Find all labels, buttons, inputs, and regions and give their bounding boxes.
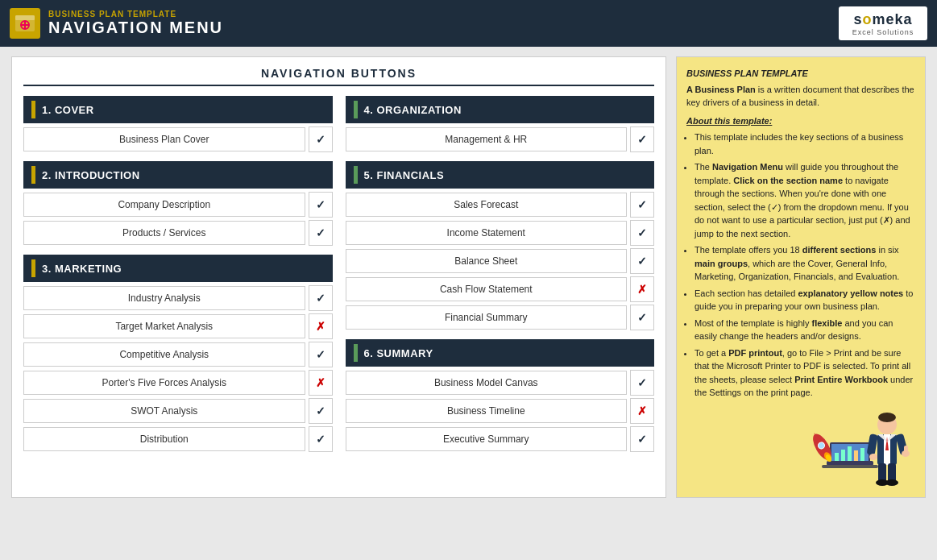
nav-btn-executive-summary[interactable]: Executive Summary — [346, 427, 628, 451]
section-financials-label: 5. FINANCIALS — [364, 169, 445, 181]
info-intro: A Business Plan is a written document th… — [686, 83, 915, 110]
info-about-title: About this template: — [686, 114, 915, 128]
nav-row-distribution: Distribution ✓ — [23, 426, 333, 452]
nav-row-industry-analysis: Industry Analysis ✓ — [23, 285, 333, 311]
nav-row-swot: SWOT Analysis ✓ — [23, 398, 333, 424]
section-cover-label: 1. COVER — [42, 104, 94, 116]
logo: someka Excel Solutions — [839, 6, 927, 40]
header-text: Business Plan Template Navigation Menu — [48, 10, 223, 37]
status-industry-analysis: ✓ — [309, 285, 333, 311]
intro-accent-bar — [31, 166, 35, 184]
status-products-services: ✓ — [309, 220, 333, 246]
section-cover-header: 1. COVER — [23, 96, 333, 123]
section-summary: 6. SUMMARY Business Model Canvas ✓ Busin… — [346, 339, 655, 454]
svg-rect-13 — [860, 448, 864, 461]
svg-point-32 — [885, 479, 898, 486]
nav-row-executive-summary: Executive Summary ✓ — [346, 426, 655, 452]
nav-row-management: Management & HR ✓ — [346, 127, 655, 152]
nav-btn-business-plan-cover[interactable]: Business Plan Cover — [23, 127, 305, 151]
section-organization-label: 4. ORGANIZATION — [364, 104, 462, 116]
section-introduction: 2. INTRODUCTION Company Description ✓ Pr… — [23, 161, 333, 248]
info-bullet-5: Most of the template is highly flexible … — [694, 317, 915, 343]
status-financial-summary: ✓ — [630, 305, 654, 330]
info-panel-title: Business Plan Template — [686, 67, 915, 81]
nav-btn-products-services[interactable]: Products / Services — [23, 221, 305, 245]
nav-btn-industry-analysis[interactable]: Industry Analysis — [23, 286, 305, 310]
header-title: Navigation Menu — [48, 19, 223, 37]
nav-btn-porters[interactable]: Porter's Five Forces Analysis — [23, 371, 305, 395]
status-porters: ✗ — [309, 370, 333, 396]
status-business-model-canvas: ✓ — [630, 370, 654, 396]
nav-btn-management[interactable]: Management & HR — [346, 127, 628, 151]
nav-row-company-description: Company Description ✓ — [23, 192, 333, 218]
nav-btn-balance-sheet[interactable]: Balance Sheet — [346, 249, 628, 273]
nav-btn-sales-forecast[interactable]: Sales Forecast — [346, 193, 628, 217]
status-income-statement: ✓ — [630, 220, 654, 246]
left-column: 1. COVER Business Plan Cover ✓ 2. INTROD… — [23, 96, 333, 454]
svg-rect-12 — [854, 450, 858, 461]
nav-btn-cash-flow[interactable]: Cash Flow Statement — [346, 277, 628, 301]
info-bullets: This template includes the key sections … — [686, 131, 915, 400]
logo-highlight: o — [862, 11, 872, 27]
status-balance-sheet: ✓ — [630, 248, 654, 274]
status-business-plan-cover: ✓ — [309, 127, 333, 152]
financials-accent-bar — [354, 166, 358, 184]
status-management: ✓ — [630, 127, 654, 152]
nav-panel: Navigation Buttons 1. COVER Business Pla… — [11, 56, 666, 498]
svg-rect-9 — [835, 453, 839, 461]
svg-rect-6 — [822, 465, 878, 468]
section-financials: 5. FINANCIALS Sales Forecast ✓ Income St… — [346, 161, 655, 333]
nav-grid: 1. COVER Business Plan Cover ✓ 2. INTROD… — [23, 96, 654, 454]
nav-btn-financial-summary[interactable]: Financial Summary — [346, 305, 628, 330]
nav-row-business-plan-cover: Business Plan Cover ✓ — [23, 127, 333, 152]
info-bullet-2: The Navigation Menu will guide you throu… — [694, 160, 915, 240]
status-executive-summary: ✓ — [630, 426, 654, 452]
nav-btn-swot[interactable]: SWOT Analysis — [23, 399, 305, 423]
section-marketing: 3. MARKETING Industry Analysis ✓ Target … — [23, 255, 333, 454]
status-sales-forecast: ✓ — [630, 192, 654, 218]
section-cover: 1. COVER Business Plan Cover ✓ — [23, 96, 333, 155]
nav-btn-business-model-canvas[interactable]: Business Model Canvas — [346, 371, 628, 395]
summary-accent-bar — [354, 344, 358, 362]
section-financials-header: 5. FINANCIALS — [346, 161, 655, 189]
nav-row-business-timeline: Business Timeline ✗ — [346, 398, 655, 424]
nav-btn-business-timeline[interactable]: Business Timeline — [346, 399, 628, 423]
figure-area — [686, 406, 915, 491]
svg-rect-28 — [904, 446, 908, 454]
info-bullet-3: The template offers you 18 different sec… — [694, 243, 915, 284]
section-organization: 4. ORGANIZATION Management & HR ✓ — [346, 96, 655, 155]
marketing-accent-bar — [31, 259, 35, 277]
svg-rect-1 — [15, 15, 35, 20]
cover-accent-bar — [31, 101, 35, 118]
svg-point-26 — [869, 454, 877, 460]
status-target-market: ✗ — [309, 313, 333, 339]
nav-row-competitive-analysis: Competitive Analysis ✓ — [23, 342, 333, 367]
nav-btn-distribution[interactable]: Distribution — [23, 427, 305, 451]
section-marketing-label: 3. MARKETING — [42, 263, 122, 275]
info-bullet-1: This template includes the key sections … — [694, 131, 915, 157]
section-marketing-header: 3. MARKETING — [23, 255, 333, 282]
section-summary-header: 6. SUMMARY — [346, 339, 655, 367]
nav-btn-company-description[interactable]: Company Description — [23, 193, 305, 217]
info-intro-bold: A Business Plan — [686, 85, 756, 94]
nav-row-financial-summary: Financial Summary ✓ — [346, 305, 655, 330]
header-subtitle: Business Plan Template — [48, 10, 223, 19]
nav-row-cash-flow: Cash Flow Statement ✗ — [346, 276, 655, 302]
info-bullet-4: Each section has detailed explanatory ye… — [694, 287, 915, 313]
section-summary-label: 6. SUMMARY — [364, 347, 433, 359]
nav-row-income-statement: Income Statement ✓ — [346, 220, 655, 246]
nav-btn-competitive-analysis[interactable]: Competitive Analysis — [23, 342, 305, 367]
section-organization-header: 4. ORGANIZATION — [346, 96, 655, 123]
app-icon — [10, 8, 40, 39]
nav-row-business-model-canvas: Business Model Canvas ✓ — [346, 370, 655, 396]
section-introduction-label: 2. INTRODUCTION — [42, 169, 140, 181]
info-bullet-6: To get a PDF printout, go to File > Prin… — [694, 346, 915, 400]
nav-row-target-market: Target Market Analysis ✗ — [23, 313, 333, 339]
org-accent-bar — [354, 101, 358, 118]
status-business-timeline: ✗ — [630, 398, 654, 424]
nav-btn-target-market[interactable]: Target Market Analysis — [23, 314, 305, 338]
header-left: Business Plan Template Navigation Menu — [10, 8, 223, 39]
status-swot: ✓ — [309, 398, 333, 424]
nav-section-title: Navigation Buttons — [23, 67, 654, 86]
nav-btn-income-statement[interactable]: Income Statement — [346, 221, 628, 245]
